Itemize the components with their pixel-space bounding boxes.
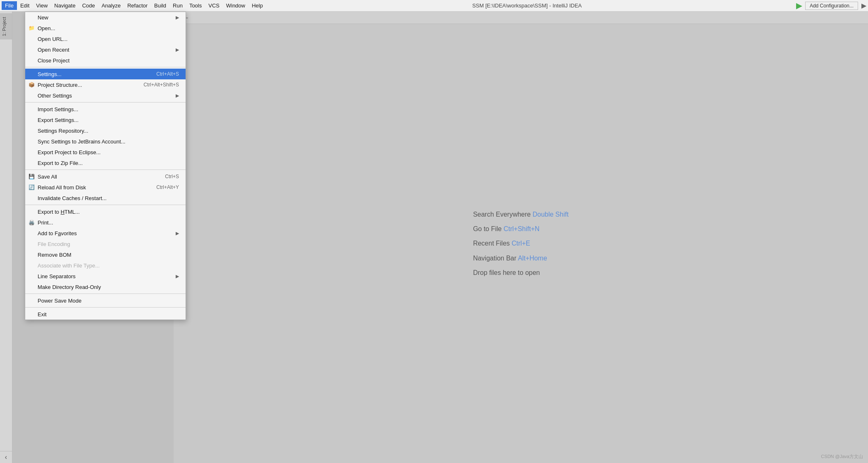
nav-right-arrow-icon[interactable]: ▶: [861, 2, 866, 10]
menubar-right: ▶ Add Configuration... ▶: [796, 1, 866, 10]
menu-item-other-settings[interactable]: Other Settings ▶: [25, 90, 186, 101]
file-menu-dropdown: New ▶ 📁 Open... Open URL... Open Recent …: [25, 12, 186, 320]
sidebar-collapse-arrow[interactable]: ‹: [0, 451, 12, 463]
menu-help[interactable]: Help: [248, 1, 266, 10]
menu-item-make-readonly[interactable]: Make Directory Read-Only: [25, 282, 186, 292]
menu-item-export-zip[interactable]: Export to Zip File...: [25, 158, 186, 168]
menu-item-print[interactable]: 🖨️ Print...: [25, 217, 186, 228]
project-structure-icon: 📦: [29, 82, 35, 88]
menubar: File Edit View Navigate Code Analyze Ref…: [0, 0, 868, 12]
run-icon: ▶: [796, 1, 802, 10]
separator-4: [25, 205, 186, 205]
search-everywhere-hint: Search Everywhere Double Shift: [473, 207, 568, 222]
drop-files-label: Drop files here to open: [473, 269, 540, 276]
folder-icon: 📁: [29, 25, 35, 31]
menu-run[interactable]: Run: [169, 1, 186, 10]
navbar-label: Navigation Bar: [473, 255, 516, 262]
menu-window[interactable]: Window: [223, 1, 248, 10]
menu-item-line-separators[interactable]: Line Separators ▶: [25, 271, 186, 282]
search-everywhere-key: Double Shift: [532, 211, 568, 218]
submenu-arrow-icon: ▶: [176, 47, 179, 53]
menu-item-export-html[interactable]: Export to HTML...: [25, 206, 186, 217]
menu-item-open-url[interactable]: Open URL...: [25, 33, 186, 44]
submenu-arrow-icon: ▶: [176, 93, 179, 98]
goto-file-key: Ctrl+Shift+N: [503, 225, 539, 232]
submenu-arrow-icon: ▶: [176, 231, 179, 236]
separator-1: [25, 67, 186, 67]
menu-item-open-recent[interactable]: Open Recent ▶: [25, 44, 186, 55]
drop-files-hint: Drop files here to open: [473, 265, 568, 280]
menu-item-exit[interactable]: Exit: [25, 309, 186, 320]
sidebar-tab-project[interactable]: 1: Project: [0, 13, 12, 39]
menu-item-import-settings[interactable]: Import Settings...: [25, 104, 186, 115]
main-layout: 1: Project ‹ New ▶ 📁 Open... Open URL...: [0, 12, 868, 463]
menu-tools[interactable]: Tools: [186, 1, 205, 10]
watermark: CSDN @Java方文山: [821, 453, 863, 460]
recent-files-label: Recent Files: [473, 240, 510, 247]
separator-3: [25, 169, 186, 170]
menu-item-open[interactable]: 📁 Open...: [25, 23, 186, 33]
menu-item-power-save[interactable]: Power Save Mode: [25, 295, 186, 306]
sidebar-strip: 1: Project ‹: [0, 12, 12, 463]
menu-item-associate-file-type: Associate with File Type...: [25, 260, 186, 271]
app-title: SSM [E:\IDEA\workspace\SSM] - IntelliJ I…: [472, 2, 590, 9]
menu-view[interactable]: View: [33, 1, 51, 10]
menu-item-file-encoding: File Encoding: [25, 239, 186, 249]
menu-vcs[interactable]: VCS: [205, 1, 223, 10]
save-icon: 💾: [29, 174, 35, 179]
add-configuration-button[interactable]: Add Configuration...: [805, 2, 858, 10]
menu-item-new[interactable]: New ▶: [25, 12, 186, 23]
menu-item-add-favorites[interactable]: Add to Favorites ▶: [25, 228, 186, 239]
reload-icon: 🔄: [29, 184, 35, 190]
menu-item-reload-disk[interactable]: 🔄 Reload All from Disk Ctrl+Alt+Y: [25, 182, 186, 193]
print-icon: 🖨️: [29, 220, 35, 225]
navbar-key: Alt+Home: [518, 255, 547, 262]
menu-item-save-all[interactable]: 💾 Save All Ctrl+S: [25, 171, 186, 182]
menu-navigate[interactable]: Navigate: [51, 1, 79, 10]
menu-file[interactable]: File: [2, 1, 17, 10]
menu-item-project-structure[interactable]: 📦 Project Structure... Ctrl+Alt+Shift+S: [25, 79, 186, 90]
goto-file-hint: Go to File Ctrl+Shift+N: [473, 222, 568, 236]
menu-analyze[interactable]: Analyze: [98, 1, 124, 10]
navbar-hint: Navigation Bar Alt+Home: [473, 251, 568, 265]
menu-item-invalidate-caches[interactable]: Invalidate Caches / Restart...: [25, 193, 186, 203]
welcome-hints: Search Everywhere Double Shift Go to Fil…: [473, 207, 568, 280]
submenu-arrow-icon: ▶: [176, 274, 179, 279]
submenu-arrow-icon: ▶: [176, 15, 179, 20]
menu-item-close-project[interactable]: Close Project: [25, 55, 186, 66]
menu-item-settings[interactable]: Settings... Ctrl+Alt+S: [25, 69, 186, 79]
menu-item-export-settings[interactable]: Export Settings...: [25, 115, 186, 125]
editor-toolbar: ⚙ −: [174, 12, 868, 24]
editor-main: Search Everywhere Double Shift Go to Fil…: [174, 24, 868, 463]
separator-6: [25, 307, 186, 308]
menu-item-export-eclipse[interactable]: Export Project to Eclipse...: [25, 147, 186, 158]
menu-item-remove-bom[interactable]: Remove BOM: [25, 249, 186, 260]
separator-5: [25, 294, 186, 294]
menu-item-settings-repository[interactable]: Settings Repository...: [25, 125, 186, 136]
content-area: New ▶ 📁 Open... Open URL... Open Recent …: [12, 12, 868, 463]
recent-files-hint: Recent Files Ctrl+E: [473, 236, 568, 251]
goto-file-label: Go to File: [473, 225, 501, 232]
menu-edit[interactable]: Edit: [17, 1, 33, 10]
menu-build[interactable]: Build: [151, 1, 169, 10]
search-everywhere-label: Search Everywhere: [473, 211, 531, 218]
separator-2: [25, 102, 186, 103]
menu-refactor[interactable]: Refactor: [124, 1, 151, 10]
recent-files-key: Ctrl+E: [512, 240, 530, 247]
menu-code[interactable]: Code: [79, 1, 98, 10]
menu-item-sync-settings[interactable]: Sync Settings to JetBrains Account...: [25, 136, 186, 147]
